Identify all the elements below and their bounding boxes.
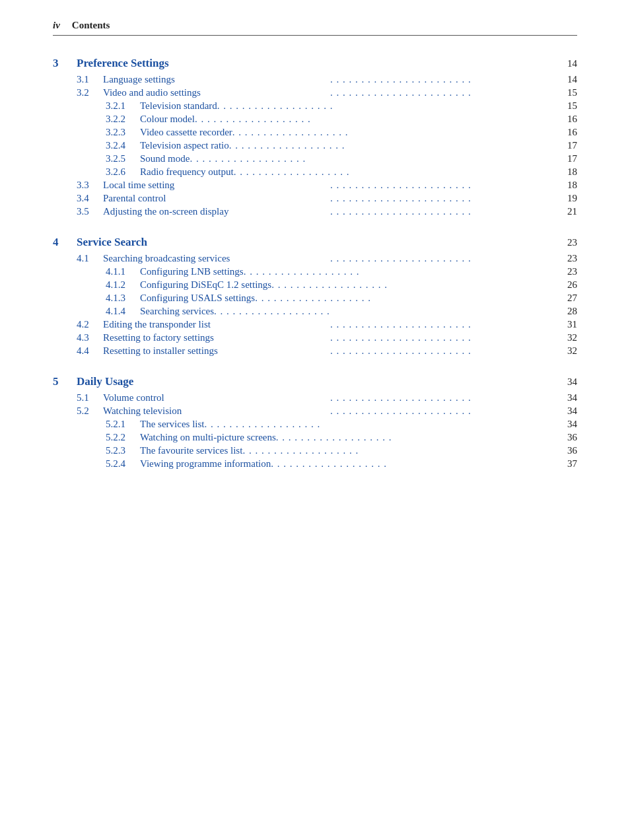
subsub-dots-4.1.1: . . . . . . . . . . . . . . . . . . . <box>244 266 557 277</box>
subsubsection-5.2.2: 5.2.2Watching on multi-picture screens .… <box>53 432 577 443</box>
page-roman: iv <box>53 20 60 31</box>
subsub-page-5.2.2: 36 <box>557 432 577 443</box>
subsub-title-4.1.4: Searching services <box>140 306 214 317</box>
subsub-title-3.2.1: Television standard <box>140 100 217 112</box>
subsub-dots-5.2.1: . . . . . . . . . . . . . . . . . . . <box>204 419 557 430</box>
sub-page-3.5: 21 <box>557 206 577 217</box>
subsubsection-3.2.2: 3.2.2Colour model . . . . . . . . . . . … <box>53 114 577 125</box>
sub-title-4.1: Searching broadcasting services <box>103 253 330 264</box>
sub-dots-5.1: . . . . . . . . . . . . . . . . . . . . … <box>330 392 557 403</box>
sub-title-3.3: Local time setting <box>103 180 330 191</box>
subsub-num-3.2.2: 3.2.2 <box>106 114 140 125</box>
sub-dots-4.1: . . . . . . . . . . . . . . . . . . . . … <box>330 253 557 264</box>
subsub-page-3.2.5: 17 <box>557 153 577 164</box>
subsection-4.3: 4.3Resetting to factory settings . . . .… <box>53 332 577 343</box>
subsection-3.2: 3.2Video and audio settings . . . . . . … <box>53 87 577 98</box>
subsub-num-4.1.4: 4.1.4 <box>106 306 140 317</box>
subsub-page-5.2.1: 34 <box>557 419 577 430</box>
subsub-num-3.2.6: 3.2.6 <box>106 166 140 178</box>
sub-page-4.4: 32 <box>557 345 577 357</box>
subsub-page-4.1.4: 28 <box>557 306 577 317</box>
subsub-title-4.1.3: Configuring USALS settings <box>140 293 255 304</box>
sub-page-4.2: 31 <box>557 319 577 330</box>
subsub-page-3.2.3: 16 <box>557 127 577 138</box>
subsub-dots-4.1.4: . . . . . . . . . . . . . . . . . . . <box>214 306 557 317</box>
subsub-num-3.2.5: 3.2.5 <box>106 153 140 164</box>
subsection-4.1: 4.1Searching broadcasting services . . .… <box>53 253 577 264</box>
subsubsection-3.2.4: 3.2.4Television aspect ratio . . . . . .… <box>53 140 577 151</box>
subsub-num-5.2.1: 5.2.1 <box>106 419 140 430</box>
sub-title-4.3: Resetting to factory settings <box>103 332 330 343</box>
sub-num-3.2: 3.2 <box>77 87 103 98</box>
subsub-title-3.2.6: Radio frequency output <box>140 166 234 178</box>
subsub-page-3.2.1: 15 <box>557 100 577 112</box>
sub-page-5.2: 34 <box>557 405 577 417</box>
subsubsection-3.2.6: 3.2.6Radio frequency output . . . . . . … <box>53 166 577 178</box>
subsub-num-4.1.1: 4.1.1 <box>106 266 140 277</box>
section-title-3: Preference Settings <box>77 57 557 70</box>
subsub-title-3.2.3: Video cassette recorder <box>140 127 232 138</box>
subsubsection-4.1.2: 4.1.2Configuring DiSEqC 1.2 settings . .… <box>53 279 577 291</box>
subsub-dots-5.2.2: . . . . . . . . . . . . . . . . . . . <box>276 432 557 443</box>
subsub-dots-4.1.2: . . . . . . . . . . . . . . . . . . . <box>271 279 557 291</box>
subsection-3.3: 3.3Local time setting . . . . . . . . . … <box>53 180 577 191</box>
subsub-num-5.2.4: 5.2.4 <box>106 458 140 470</box>
sub-dots-4.3: . . . . . . . . . . . . . . . . . . . . … <box>330 332 557 343</box>
subsection-4.4: 4.4Resetting to installer settings . . .… <box>53 345 577 357</box>
subsub-page-4.1.1: 23 <box>557 266 577 277</box>
subsection-5.2: 5.2Watching television . . . . . . . . .… <box>53 405 577 417</box>
subsection-4.2: 4.2Editing the transponder list . . . . … <box>53 319 577 330</box>
subsub-title-3.2.5: Sound mode <box>140 153 190 164</box>
sub-dots-3.3: . . . . . . . . . . . . . . . . . . . . … <box>330 180 557 191</box>
subsub-page-4.1.2: 26 <box>557 279 577 291</box>
header-title: Contents <box>72 20 110 31</box>
page-header: iv Contents <box>53 20 577 36</box>
sub-num-4.4: 4.4 <box>77 345 103 357</box>
subsub-num-5.2.2: 5.2.2 <box>106 432 140 443</box>
subsub-num-4.1.3: 4.1.3 <box>106 293 140 304</box>
section-page-3: 14 <box>557 58 577 69</box>
subsubsection-3.2.5: 3.2.5Sound mode . . . . . . . . . . . . … <box>53 153 577 164</box>
subsub-page-5.2.4: 37 <box>557 458 577 470</box>
subsub-title-5.2.2: Watching on multi-picture screens <box>140 432 276 443</box>
section-heading-4: 4Service Search23 <box>53 236 577 249</box>
subsub-title-5.2.1: The services list <box>140 419 204 430</box>
sub-dots-3.1: . . . . . . . . . . . . . . . . . . . . … <box>330 74 557 85</box>
subsub-title-4.1.2: Configuring DiSEqC 1.2 settings <box>140 279 271 291</box>
subsub-dots-4.1.3: . . . . . . . . . . . . . . . . . . . <box>255 293 557 304</box>
subsection-3.1: 3.1Language settings . . . . . . . . . .… <box>53 74 577 85</box>
subsubsection-4.1.1: 4.1.1Configuring LNB settings . . . . . … <box>53 266 577 277</box>
section-title-4: Service Search <box>77 236 557 249</box>
subsubsection-3.2.3: 3.2.3Video cassette recorder . . . . . .… <box>53 127 577 138</box>
subsub-title-5.2.3: The favourite services list <box>140 445 242 456</box>
subsub-num-3.2.1: 3.2.1 <box>106 100 140 112</box>
sub-title-3.5: Adjusting the on-screen display <box>103 206 330 217</box>
subsub-dots-3.2.5: . . . . . . . . . . . . . . . . . . . <box>190 153 557 164</box>
subsub-num-3.2.4: 3.2.4 <box>106 140 140 151</box>
subsub-num-5.2.3: 5.2.3 <box>106 445 140 456</box>
sub-page-3.3: 18 <box>557 180 577 191</box>
section-heading-5: 5Daily Usage34 <box>53 375 577 388</box>
subsub-dots-3.2.2: . . . . . . . . . . . . . . . . . . . <box>195 114 557 125</box>
sub-title-4.4: Resetting to installer settings <box>103 345 330 357</box>
sub-num-3.4: 3.4 <box>77 193 103 204</box>
sub-num-4.2: 4.2 <box>77 319 103 330</box>
sub-num-5.2: 5.2 <box>77 405 103 417</box>
subsub-title-3.2.2: Colour model <box>140 114 195 125</box>
section-5: 5Daily Usage345.1Volume control . . . . … <box>53 375 577 470</box>
sub-num-4.3: 4.3 <box>77 332 103 343</box>
subsub-title-3.2.4: Television aspect ratio <box>140 140 229 151</box>
subsub-num-3.2.3: 3.2.3 <box>106 127 140 138</box>
sub-num-5.1: 5.1 <box>77 392 103 403</box>
sub-dots-4.4: . . . . . . . . . . . . . . . . . . . . … <box>330 345 557 357</box>
section-4: 4Service Search234.1Searching broadcasti… <box>53 236 577 357</box>
subsub-page-3.2.4: 17 <box>557 140 577 151</box>
section-num-5: 5 <box>53 375 77 388</box>
sub-page-4.1: 23 <box>557 253 577 264</box>
section-num-4: 4 <box>53 236 77 249</box>
section-page-4: 23 <box>557 237 577 248</box>
section-heading-3: 3Preference Settings14 <box>53 57 577 70</box>
subsub-page-3.2.2: 16 <box>557 114 577 125</box>
subsubsection-5.2.1: 5.2.1The services list . . . . . . . . .… <box>53 419 577 430</box>
toc-container: 3Preference Settings143.1Language settin… <box>53 57 577 470</box>
